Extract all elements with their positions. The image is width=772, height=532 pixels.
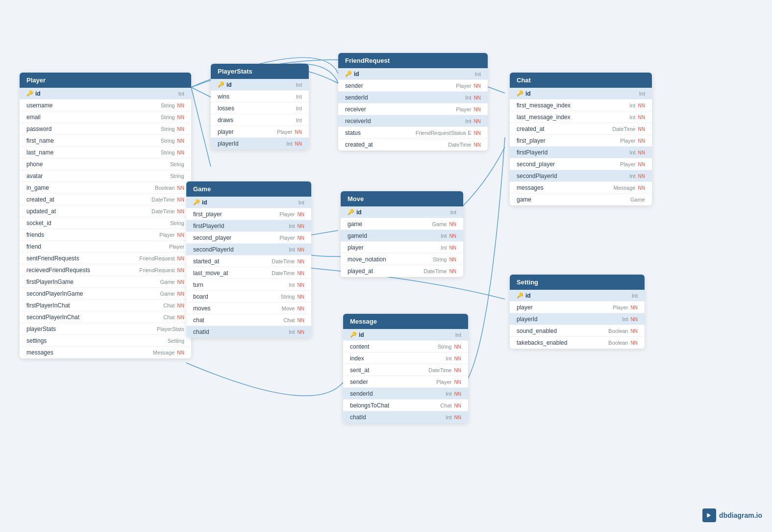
field-name: game [517, 196, 531, 203]
field-name: senderId [345, 94, 368, 101]
watermark-text: dbdiagram.io [719, 511, 762, 519]
table-row: sender Player NN [338, 80, 488, 92]
field-type: DateTime NN [428, 367, 461, 373]
table-row: friend Player [20, 241, 191, 253]
table-row: senderId Int NN [343, 388, 468, 400]
table-row: secondPlayerId Int NN [186, 244, 311, 255]
field-type: Int NN [446, 355, 461, 361]
field-name: first_player [517, 137, 546, 144]
field-name: sent_at [350, 367, 369, 374]
table-row: senderId Int NN [338, 92, 488, 103]
field-name: moves [193, 305, 210, 312]
field-name: firstPlayerId [193, 223, 224, 229]
table-row: firstPlayerInChat Chat NN [20, 300, 191, 311]
table-row: settings Setting [20, 335, 191, 347]
field-type: String NN [433, 256, 456, 262]
table-row: first_message_index Int NN [510, 100, 652, 111]
table-row: started_at DateTime NN [186, 255, 311, 267]
field-name: turn [193, 281, 203, 288]
field-type: Int NN [465, 118, 481, 124]
field-name: receiver [345, 106, 366, 113]
field-type: Int NN [629, 102, 645, 108]
field-name: password [26, 126, 51, 132]
table-row: 🔑 id Int [20, 88, 191, 100]
field-name: belongsToChat [350, 402, 389, 409]
field-name: 🔑 id [345, 71, 359, 77]
table-row: belongsToChat Chat NN [343, 400, 468, 411]
key-icon: 🔑 [345, 71, 352, 77]
table-row: second_player Player NN [510, 158, 652, 170]
field-name: chatId [350, 414, 366, 421]
table-row: sentFriendRequests FriendRequest NN [20, 253, 191, 264]
field-type: Player NN [279, 235, 304, 241]
field-type: Boolean NN [608, 340, 638, 346]
field-type: Int [299, 200, 304, 205]
field-name: 🔑 id [218, 81, 232, 88]
table-row: losses Int [211, 102, 309, 114]
field-name: first_message_index [517, 102, 571, 109]
game-title: Game [193, 185, 211, 193]
table-row: board String NN [186, 291, 311, 303]
field-name: played_at [348, 268, 373, 275]
field-name: socket_id [26, 220, 51, 227]
field-name: avatar [26, 173, 43, 179]
field-type: Player NN [277, 129, 302, 135]
table-row: first_player Player NN [510, 135, 652, 147]
field-type: String NN [161, 126, 184, 132]
field-type: Int [632, 293, 638, 299]
table-row: avatar String [20, 170, 191, 182]
field-type: Int NN [622, 316, 638, 322]
field-type: Player NN [456, 83, 481, 89]
field-type: Player NN [159, 232, 184, 238]
field-name: first_player [193, 211, 222, 218]
field-type: Int NN [465, 95, 481, 101]
chat-title: Chat [517, 76, 531, 84]
table-row: receiver Player NN [338, 103, 488, 115]
key-icon: 🔑 [193, 199, 200, 205]
field-type: String NN [161, 114, 184, 120]
field-name: 🔑 id [517, 90, 531, 97]
diagram-canvas: Player 🔑 id Int username String NN email… [0, 0, 772, 532]
friendrequest-table-header: FriendRequest [338, 53, 488, 68]
table-row: 🔑 id Int [343, 329, 468, 341]
move-table-header: Move [341, 191, 463, 206]
field-type: Int NN [289, 282, 304, 288]
field-type: Int NN [289, 247, 304, 253]
table-row: in_game Boolean NN [20, 182, 191, 194]
field-name: messages [517, 184, 544, 191]
field-type: Player NN [620, 138, 645, 144]
message-table-header: Message [343, 314, 468, 329]
field-type: Int NN [446, 391, 461, 397]
field-name: secondPlayerId [193, 246, 234, 253]
table-row: wins Int [211, 91, 309, 102]
field-type: Player NN [613, 304, 638, 310]
key-icon: 🔑 [350, 331, 357, 338]
player-table: Player 🔑 id Int username String NN email… [20, 73, 191, 358]
table-row: gameId Int NN [341, 230, 463, 242]
field-name: last_move_at [193, 270, 228, 277]
table-row: 🔑 id Int [186, 197, 311, 208]
field-type: Move NN [282, 305, 304, 311]
field-name: playerId [218, 140, 239, 147]
field-type: Int [296, 94, 302, 100]
field-name: player [348, 244, 364, 251]
table-row: sound_enabled Boolean NN [510, 325, 645, 337]
field-name: receiverId [345, 118, 371, 125]
chat-table-header: Chat [510, 73, 652, 88]
field-name: sentFriendRequests [26, 255, 79, 262]
field-name: senderId [350, 390, 373, 397]
field-name: chat [193, 317, 204, 324]
field-type: DateTime NN [272, 258, 304, 264]
field-name: started_at [193, 258, 219, 265]
field-name: losses [218, 105, 234, 112]
field-name: secondPlayerId [517, 173, 557, 179]
table-row: index Int NN [343, 353, 468, 364]
field-name: sound_enabled [517, 328, 557, 334]
field-type: DateTime NN [612, 126, 645, 132]
field-name: playerId [517, 316, 538, 323]
field-type: Int [475, 71, 481, 77]
playerstats-title: PlayerStats [218, 68, 252, 75]
field-type: DateTime NN [423, 268, 456, 274]
field-type: Game NN [160, 279, 184, 285]
field-name: 🔑 id [350, 331, 364, 338]
